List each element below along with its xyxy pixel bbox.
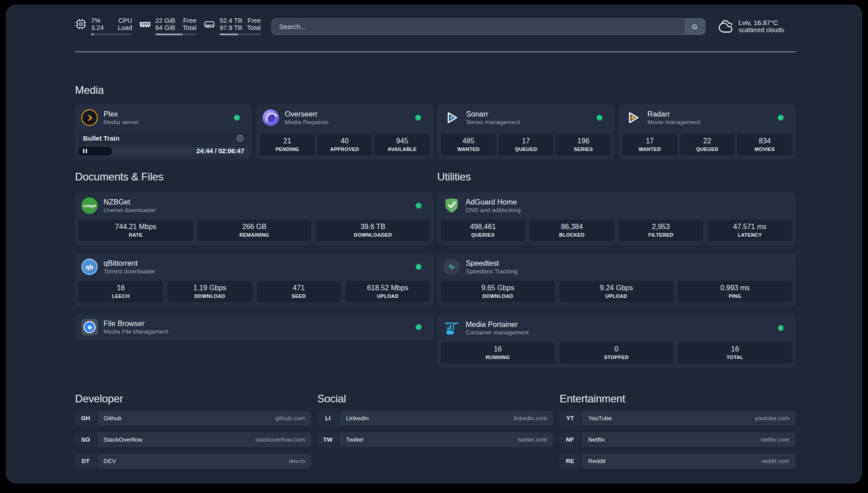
bookmark-group-social: Social LI LinkedIn linkedin.com TW Twitt… [317, 392, 554, 454]
stat-filtered: 2,953 FILTERED [619, 220, 703, 241]
filebrowser-icon [81, 319, 98, 335]
cloud-icon [717, 19, 734, 34]
service-desc: Speedtest Tracking [466, 268, 517, 275]
topbar: 7% 3.24 CPU Load [75, 4, 796, 38]
status-dot [416, 324, 421, 330]
adguard-icon [443, 197, 460, 214]
portainer-icon [443, 320, 460, 336]
disk-label-free: Free [247, 17, 261, 24]
media-grid: Plex Media server Bullet Train [75, 104, 796, 159]
dashboard-screen: 7% 3.24 CPU Load [6, 4, 862, 484]
search-engine-button[interactable]: G [684, 19, 705, 34]
disk-total: 97.9 TB [220, 24, 242, 31]
bookmark-github[interactable]: GH Github github.com [75, 411, 311, 426]
now-playing-row: Bullet Train [79, 133, 248, 144]
bookmark-dev[interactable]: DT DEV dev.to [75, 454, 311, 468]
service-name: Plex [104, 109, 138, 119]
stat-download: 1.19 Gbps DOWNLOAD [167, 281, 252, 302]
dashboard-page: 7% 3.24 CPU Load [0, 0, 868, 493]
service-card-portainer[interactable]: Media Portainer Container management 16 … [437, 314, 796, 368]
service-desc: Media Requests [285, 119, 329, 126]
service-desc: DNS and adblocking [466, 207, 521, 214]
memory-icon [139, 18, 151, 30]
speedtest-icon [443, 259, 460, 275]
bookmark-linkedin[interactable]: LI LinkedIn linkedin.com [317, 411, 554, 426]
playback-progressbar: 24:44 / 02:06:47 [79, 147, 248, 155]
service-card-sonarr[interactable]: Sonarr Series management 485 WANTED 17 Q… [438, 104, 614, 159]
memory-label-total: Total [183, 24, 196, 31]
service-name: Sonarr [466, 109, 520, 119]
now-playing-title: Bullet Train [83, 134, 237, 142]
service-desc: Series management [466, 119, 520, 126]
status-dot [416, 264, 421, 270]
section-heading-documents: Documents & Files [75, 170, 434, 184]
status-dot [778, 115, 784, 121]
service-card-nzbget[interactable]: nzbget NZBGet Usenet downloader 744.21 M… [75, 192, 434, 245]
service-desc: Media server [104, 119, 138, 126]
memory-total: 64 GiB [155, 24, 175, 31]
service-name: qBittorrent [104, 259, 155, 268]
section-utilities: Utilities AdGuard Home D [437, 170, 796, 368]
status-dot [416, 203, 421, 209]
stat-upload: 9.24 Gbps UPLOAD [559, 281, 674, 302]
service-card-speedtest[interactable]: Speedtest Speedtest Tracking 9.65 Gbps D… [437, 253, 796, 306]
service-name: AdGuard Home [466, 197, 521, 207]
search-input[interactable]: Search... G [271, 18, 705, 35]
section-heading-utilities: Utilities [437, 170, 796, 184]
service-card-qbittorrent[interactable]: qb qBittorrent Torrent downloader 16 LEE… [75, 253, 434, 306]
stat-queued: 17 QUEUED [499, 134, 554, 155]
bookmark-twitter[interactable]: TW Twitter twitter.com [317, 432, 554, 447]
stat-pending: 21 PENDING [260, 134, 315, 155]
service-desc: Media File Management [104, 328, 168, 335]
bookmark-youtube[interactable]: YT YouTube youtube.com [559, 411, 796, 426]
stat-movies: 834 MOVIES [737, 134, 792, 155]
bookmark-netflix[interactable]: NF Netflix netflix.com [559, 432, 796, 447]
service-name: NZBGet [104, 197, 155, 207]
bookmark-heading-developer: Developer [75, 392, 311, 405]
cpu-label2: Load [118, 24, 132, 31]
disk-label-total: Total [247, 24, 261, 31]
disk-icon [204, 18, 215, 30]
stat-queries: 498,461 QUERIES [441, 220, 525, 241]
stat-approved: 40 APPROVED [317, 134, 372, 155]
search-placeholder: Search... [272, 23, 306, 30]
service-card-radarr[interactable]: Radarr Movie management 17 WANTED 22 QUE… [619, 104, 796, 159]
memory-free: 22 GiB [155, 17, 175, 24]
service-card-filebrowser[interactable]: File Browser Media File Management [75, 314, 434, 340]
bookmark-stackoverflow[interactable]: SO StackOverflow stackoverflow.com [75, 432, 311, 447]
service-card-plex[interactable]: Plex Media server Bullet Train [75, 104, 252, 159]
service-name: File Browser [104, 319, 168, 328]
status-dot [778, 325, 784, 331]
service-desc: Movie management [647, 119, 701, 126]
service-card-overseerr[interactable]: Overseerr Media Requests 21 PENDING 40 A… [256, 104, 433, 159]
status-dot [415, 115, 421, 121]
cpu-progressbar [91, 33, 132, 36]
status-dot [234, 115, 240, 121]
service-desc: Container management [466, 329, 529, 336]
stat-ping: 0.993 ms PING [678, 281, 792, 302]
resource-widgets: 7% 3.24 CPU Load [75, 17, 261, 35]
stat-upload: 618.52 Mbps UPLOAD [346, 281, 430, 302]
disk-free: 52.4 TB [220, 17, 242, 24]
service-name: Media Portainer [466, 320, 529, 329]
stat-remaining: 266 GB REMAINING [197, 220, 312, 241]
radarr-icon [625, 109, 642, 126]
nzbget-icon: nzbget [81, 197, 98, 214]
stat-rate: 744.21 Mbps RATE [79, 220, 193, 241]
stat-running: 16 RUNNING [441, 342, 555, 363]
topbar-divider [75, 51, 796, 52]
memory-label-free: Free [183, 17, 196, 24]
weather-condition: scattered clouds [739, 26, 784, 34]
bookmark-reddit[interactable]: RE Reddit reddit.com [559, 454, 796, 468]
plex-icon [81, 109, 98, 126]
playback-time: 24:44 / 02:06:47 [196, 147, 244, 155]
bookmark-group-entertainment: Entertainment YT YouTube youtube.com NF … [559, 392, 796, 475]
service-name: Speedtest [466, 259, 517, 268]
service-card-adguard[interactable]: AdGuard Home DNS and adblocking 498,461 … [437, 192, 796, 245]
memory-widget: 22 GiB 64 GiB Free Total [139, 17, 196, 35]
bookmarks: Developer GH Github github.com SO StackO… [75, 392, 796, 484]
service-name: Overseerr [285, 109, 329, 119]
bookmark-heading-entertainment: Entertainment [559, 392, 796, 405]
pause-icon[interactable] [83, 149, 87, 153]
weather-widget[interactable]: Lviv, 16.87°C scattered clouds [717, 19, 796, 34]
